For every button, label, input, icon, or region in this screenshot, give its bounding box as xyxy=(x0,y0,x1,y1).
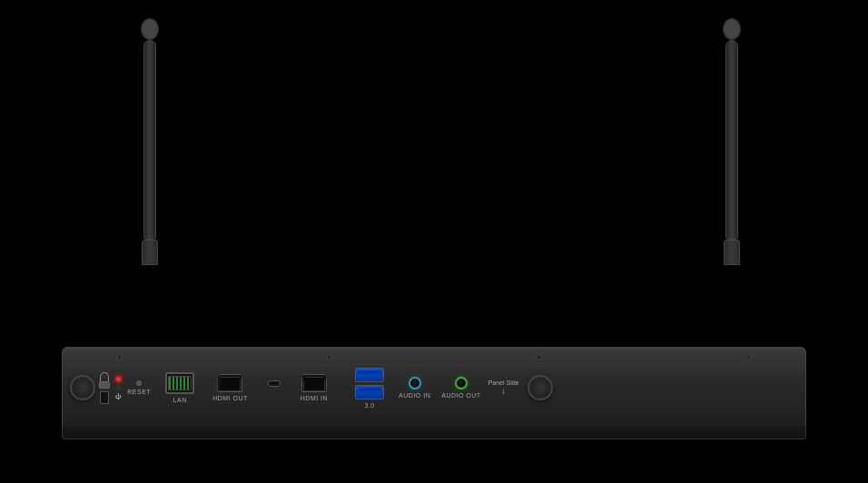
left-controls xyxy=(99,372,110,404)
antenna-right xyxy=(723,18,741,265)
led-group xyxy=(115,376,122,389)
screw-dot-1 xyxy=(117,355,122,360)
antenna-right-rod xyxy=(725,40,738,240)
antenna-left-tip xyxy=(141,18,159,40)
lock-icon xyxy=(100,372,109,381)
lock-body xyxy=(99,381,110,389)
audio-out-group: AUDIO OUT xyxy=(441,377,480,399)
device-scene: ⏻ RESET LAN HDMI OUT xyxy=(0,0,868,483)
hdmi-out-port-inner xyxy=(219,377,241,391)
hdmi-out-label: HDMI OUT xyxy=(212,395,248,401)
led-dot xyxy=(116,385,121,389)
screw-dot-4 xyxy=(746,355,751,360)
usbc-group xyxy=(268,380,281,396)
usb3-port-top xyxy=(355,368,384,382)
usbc-port xyxy=(268,380,281,387)
panel-side-label: Panel Side xyxy=(488,380,519,386)
ports-row: ⏻ RESET LAN HDMI OUT xyxy=(63,348,805,428)
lan-label: LAN xyxy=(173,397,187,403)
lan-group: LAN xyxy=(165,372,194,403)
hdmi-out-port xyxy=(217,374,242,392)
hdmi-out-group: HDMI OUT xyxy=(212,374,248,401)
antenna-left-rod xyxy=(143,40,156,240)
usb3-ports xyxy=(355,368,384,399)
led-red xyxy=(115,376,122,382)
device-panel: ⏻ RESET LAN HDMI OUT xyxy=(62,347,806,429)
audio-in-group: AUDIO IN xyxy=(399,377,430,399)
panel-side-arrow: ↓ xyxy=(501,386,506,396)
reset-label: RESET xyxy=(127,389,151,395)
audio-out-jack xyxy=(455,377,468,389)
antenna-right-base xyxy=(724,240,740,265)
antenna-right-tip xyxy=(723,18,741,40)
reset-button[interactable] xyxy=(136,380,142,386)
reset-group: RESET xyxy=(127,380,151,395)
panel-side-group: Panel Side ↓ xyxy=(488,380,519,396)
left-panel-button[interactable] xyxy=(70,375,95,400)
audio-in-hole xyxy=(412,380,417,385)
usb3-group: 3.0 xyxy=(355,368,384,409)
hdmi-in-group: HDMI IN xyxy=(301,374,328,401)
screw-dot-2 xyxy=(327,355,331,360)
hdmi-in-port xyxy=(301,374,327,392)
power-led-group: ⏻ xyxy=(115,376,122,399)
audio-in-label: AUDIO IN xyxy=(399,392,430,399)
device-base xyxy=(62,427,806,439)
right-panel-button[interactable] xyxy=(528,375,553,400)
hdmi-in-label: HDMI IN xyxy=(301,395,328,401)
hdmi-in-port-inner xyxy=(303,377,325,391)
usb-small-port xyxy=(100,391,109,404)
usb3-port-bottom xyxy=(355,385,384,399)
panel-top-strip xyxy=(63,355,805,359)
usbc-label xyxy=(273,389,275,396)
audio-out-hole xyxy=(459,380,463,385)
antenna-left xyxy=(141,18,159,265)
screw-dot-3 xyxy=(537,355,541,360)
lan-port xyxy=(165,372,194,394)
usb3-label: 3.0 xyxy=(364,402,374,409)
audio-out-label: AUDIO OUT xyxy=(441,392,480,399)
audio-in-jack xyxy=(409,377,421,389)
antenna-left-base xyxy=(142,240,158,265)
power-label: ⏻ xyxy=(115,393,122,399)
